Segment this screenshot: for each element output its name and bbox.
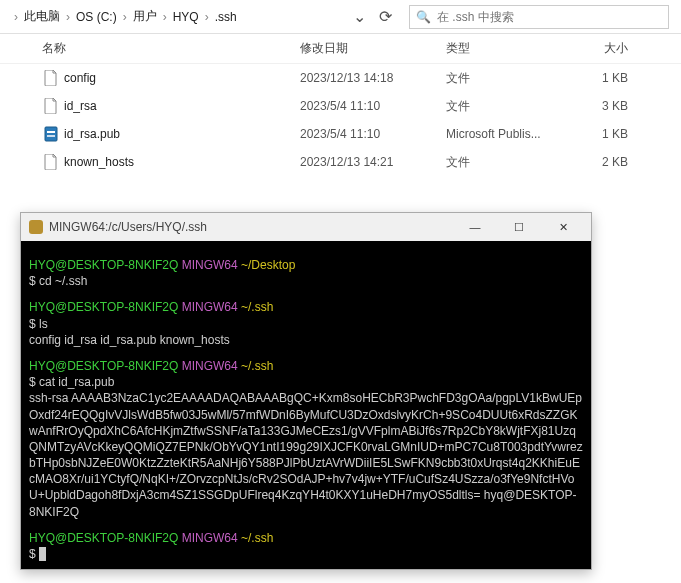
file-type: 文件: [446, 70, 574, 87]
column-type[interactable]: 类型: [446, 40, 574, 57]
publisher-file-icon: [42, 125, 60, 143]
window-controls: — ☐ ✕: [455, 215, 583, 239]
file-name: config: [64, 71, 300, 85]
search-icon: 🔍: [410, 10, 437, 24]
file-icon: [42, 153, 60, 171]
breadcrumb-item[interactable]: 此电脑: [20, 8, 64, 25]
chevron-right-icon: ›: [12, 10, 20, 24]
column-date[interactable]: 修改日期: [300, 40, 446, 57]
file-type: 文件: [446, 154, 574, 171]
file-list: config2023/12/13 14:18文件1 KBid_rsa2023/5…: [0, 64, 681, 176]
file-date: 2023/12/13 14:21: [300, 155, 446, 169]
svg-rect-0: [45, 127, 57, 141]
terminal-titlebar[interactable]: MINGW64:/c/Users/HYQ/.ssh — ☐ ✕: [21, 213, 591, 241]
chevron-right-icon: ›: [121, 10, 129, 24]
file-name: known_hosts: [64, 155, 300, 169]
file-size: 1 KB: [574, 127, 644, 141]
file-type: Microsoft Publis...: [446, 127, 574, 141]
file-size: 2 KB: [574, 155, 644, 169]
refresh-icon[interactable]: ⟳: [377, 9, 393, 25]
terminal-app-icon: [29, 220, 43, 234]
chevron-right-icon: ›: [203, 10, 211, 24]
file-type: 文件: [446, 98, 574, 115]
terminal-body[interactable]: HYQ@DESKTOP-8NKIF2Q MINGW64 ~/Desktop$ c…: [21, 241, 591, 569]
explorer-topbar: › 此电脑 › OS (C:) › 用户 › HYQ › .ssh ⌄ ⟳ 🔍: [0, 0, 681, 34]
column-headers: 名称 修改日期 类型 大小: [0, 34, 681, 64]
file-row[interactable]: config2023/12/13 14:18文件1 KB: [0, 64, 681, 92]
minimize-button[interactable]: —: [455, 215, 495, 239]
file-date: 2023/5/4 11:10: [300, 127, 446, 141]
dropdown-icon[interactable]: ⌄: [351, 9, 367, 25]
search-input[interactable]: [437, 10, 668, 24]
file-row[interactable]: id_rsa.pub2023/5/4 11:10Microsoft Publis…: [0, 120, 681, 148]
breadcrumb-item[interactable]: OS (C:): [72, 10, 121, 24]
file-size: 1 KB: [574, 71, 644, 85]
file-icon: [42, 97, 60, 115]
chevron-right-icon: ›: [161, 10, 169, 24]
file-row[interactable]: id_rsa2023/5/4 11:10文件3 KB: [0, 92, 681, 120]
breadcrumb-item[interactable]: HYQ: [169, 10, 203, 24]
breadcrumb[interactable]: › 此电脑 › OS (C:) › 用户 › HYQ › .ssh: [4, 8, 343, 25]
breadcrumb-item[interactable]: .ssh: [211, 10, 241, 24]
toolbar-icons: ⌄ ⟳: [343, 9, 401, 25]
column-size[interactable]: 大小: [574, 40, 644, 57]
breadcrumb-item[interactable]: 用户: [129, 8, 161, 25]
file-date: 2023/5/4 11:10: [300, 99, 446, 113]
terminal-title: MINGW64:/c/Users/HYQ/.ssh: [49, 220, 455, 234]
file-icon: [42, 69, 60, 87]
terminal-window: MINGW64:/c/Users/HYQ/.ssh — ☐ ✕ HYQ@DESK…: [20, 212, 592, 570]
file-name: id_rsa.pub: [64, 127, 300, 141]
close-button[interactable]: ✕: [543, 215, 583, 239]
file-name: id_rsa: [64, 99, 300, 113]
svg-rect-1: [47, 131, 55, 133]
search-box[interactable]: 🔍: [409, 5, 669, 29]
file-row[interactable]: known_hosts2023/12/13 14:21文件2 KB: [0, 148, 681, 176]
svg-rect-2: [47, 135, 55, 137]
file-date: 2023/12/13 14:18: [300, 71, 446, 85]
column-name[interactable]: 名称: [42, 40, 300, 57]
maximize-button[interactable]: ☐: [499, 215, 539, 239]
file-size: 3 KB: [574, 99, 644, 113]
chevron-right-icon: ›: [64, 10, 72, 24]
